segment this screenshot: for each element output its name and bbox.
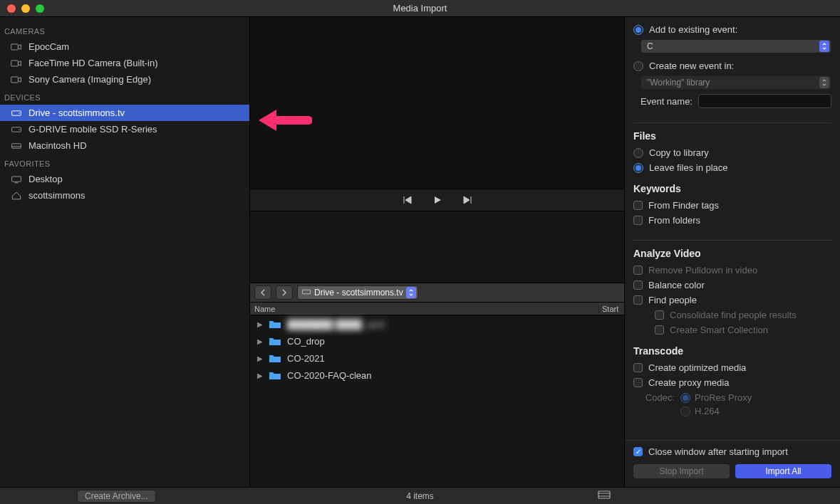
sidebar-item-label: Macintosh HD	[28, 140, 87, 151]
nav-back-button[interactable]	[254, 285, 271, 300]
prev-clip-button[interactable]	[403, 195, 413, 205]
sidebar-item-camera-epoccam[interactable]: EpocCam	[0, 38, 249, 55]
create-archive-button[interactable]: Create Archive...	[77, 490, 156, 503]
checkbox-close-after-import[interactable]	[633, 447, 643, 456]
event-name-input[interactable]	[698, 94, 831, 108]
item-count-label: 4 items	[406, 491, 434, 501]
external-drive-icon	[301, 288, 311, 298]
checkbox-from-finder-tags[interactable]	[633, 201, 643, 210]
checkbox-consolidate-people	[655, 310, 664, 320]
media-viewer	[250, 17, 624, 189]
disclosure-triangle-icon[interactable]: ▶	[257, 372, 263, 379]
filmstrip-view-icon[interactable]	[598, 490, 611, 502]
svg-rect-0	[11, 44, 19, 50]
radio-codec-h264	[680, 406, 690, 416]
transcode-heading: Transcode	[633, 345, 831, 357]
create-optimized-label: Create optimized media	[648, 362, 746, 373]
disclosure-triangle-icon[interactable]: ▶	[257, 337, 263, 345]
radio-add-existing-event[interactable]	[633, 25, 643, 35]
column-name-header[interactable]: Name	[250, 305, 598, 313]
checkbox-create-optimized[interactable]	[633, 363, 643, 372]
sidebar: CAMERAS EpocCam FaceTime HD Camera (Buil…	[0, 17, 250, 487]
sidebar-item-camera-sony[interactable]: Sony Camera (Imaging Edge)	[0, 71, 249, 88]
sidebar-item-home[interactable]: scottsimmons	[0, 187, 249, 204]
add-existing-event-label: Add to existing event:	[649, 24, 737, 35]
file-name: ███████ ████_spot	[287, 319, 385, 330]
library-select[interactable]: "Working" library	[641, 75, 831, 90]
folder-icon	[269, 370, 281, 380]
import-all-button[interactable]: Import All	[735, 464, 831, 478]
balance-color-label: Balance color	[648, 280, 705, 290]
radio-copy-to-library[interactable]	[633, 148, 643, 158]
sidebar-item-label: Sony Camera (Imaging Edge)	[28, 74, 151, 85]
stop-import-button: Stop Import	[633, 464, 730, 478]
disclosure-triangle-icon[interactable]: ▶	[257, 355, 263, 362]
file-list: ▶ ███████ ████_spot ▶ CO_drop ▶ CO-2021	[250, 315, 624, 487]
camera-icon	[10, 42, 23, 52]
file-name: CO-2021	[287, 353, 325, 364]
file-row[interactable]: ▶ CO-2021	[250, 350, 624, 367]
sidebar-section-favorites: FAVORITES	[0, 154, 249, 171]
leave-files-in-place-label: Leave files in place	[649, 162, 728, 173]
svg-rect-7	[12, 143, 21, 147]
checkbox-smart-collection	[655, 325, 664, 335]
checkbox-remove-pulldown	[633, 266, 643, 275]
sidebar-item-drive-scottsimmons[interactable]: Drive - scottsimmons.tv	[0, 105, 249, 121]
analyze-video-heading: Analyze Video	[633, 248, 831, 259]
sidebar-item-desktop[interactable]: Desktop	[0, 171, 249, 187]
path-navbar: Drive - scottsimmons.tv	[250, 283, 624, 303]
file-row[interactable]: ▶ CO_drop	[250, 332, 624, 350]
svg-rect-1	[11, 61, 19, 66]
svg-rect-12	[598, 491, 610, 498]
checkbox-balance-color[interactable]	[633, 280, 643, 290]
path-dropdown[interactable]: Drive - scottsimmons.tv	[297, 285, 418, 300]
from-folders-label: From folders	[648, 215, 700, 226]
sidebar-item-macintosh-hd[interactable]: Macintosh HD	[0, 137, 249, 154]
svg-point-6	[19, 129, 20, 130]
svg-rect-9	[12, 177, 21, 182]
checkbox-from-folders[interactable]	[633, 216, 643, 225]
camera-icon	[10, 75, 23, 85]
sidebar-item-label: G-DRIVE mobile SSD R-Series	[28, 124, 157, 135]
from-finder-tags-label: From Finder tags	[648, 200, 719, 211]
radio-create-new-event[interactable]	[633, 61, 643, 71]
home-icon	[10, 191, 23, 201]
library-select-value: "Working" library	[647, 78, 710, 88]
sidebar-item-camera-facetime[interactable]: FaceTime HD Camera (Built-in)	[0, 55, 249, 71]
path-dropdown-label: Drive - scottsimmons.tv	[314, 288, 403, 298]
play-button[interactable]	[432, 195, 442, 205]
table-header: Name Start	[250, 303, 624, 315]
checkbox-create-proxy[interactable]	[633, 378, 643, 387]
file-row[interactable]: ▶ CO-2020-FAQ-clean	[250, 367, 624, 384]
column-start-header[interactable]: Start	[598, 305, 624, 313]
thumbnail-strip	[250, 211, 624, 283]
codec-prores-label: ProRes Proxy	[695, 392, 752, 403]
sidebar-item-label: Drive - scottsimmons.tv	[28, 107, 125, 118]
folder-icon	[269, 336, 281, 346]
desktop-icon	[10, 174, 23, 184]
disclosure-triangle-icon[interactable]: ▶	[257, 320, 263, 328]
svg-rect-2	[11, 77, 19, 83]
external-drive-icon	[10, 108, 23, 118]
radio-leave-files-in-place[interactable]	[633, 163, 643, 173]
consolidate-people-label: Consolidate find people results	[670, 310, 797, 320]
smart-collection-label: Create Smart Collection	[670, 325, 768, 335]
files-heading: Files	[633, 130, 831, 142]
remove-pulldown-label: Remove Pulldown in video	[648, 265, 757, 275]
event-name-label: Event name:	[641, 96, 693, 107]
file-row[interactable]: ▶ ███████ ████_spot	[250, 315, 624, 332]
internal-drive-icon	[10, 141, 23, 151]
create-proxy-label: Create proxy media	[648, 377, 729, 388]
event-select-value: C	[647, 41, 653, 51]
codec-h264-label: H.264	[695, 406, 720, 416]
nav-forward-button[interactable]	[276, 285, 293, 300]
center-panel: Drive - scottsimmons.tv Name Start ▶ ███…	[250, 17, 625, 487]
svg-point-4	[19, 112, 20, 114]
event-select[interactable]: C	[641, 39, 831, 53]
sidebar-item-gdrive-ssd[interactable]: G-DRIVE mobile SSD R-Series	[0, 121, 249, 137]
status-bar: Create Archive... 4 items	[0, 487, 840, 504]
create-new-event-label: Create new event in:	[649, 61, 734, 71]
next-clip-button[interactable]	[462, 195, 472, 205]
chevron-updown-icon	[406, 287, 416, 298]
checkbox-find-people[interactable]	[633, 295, 643, 305]
